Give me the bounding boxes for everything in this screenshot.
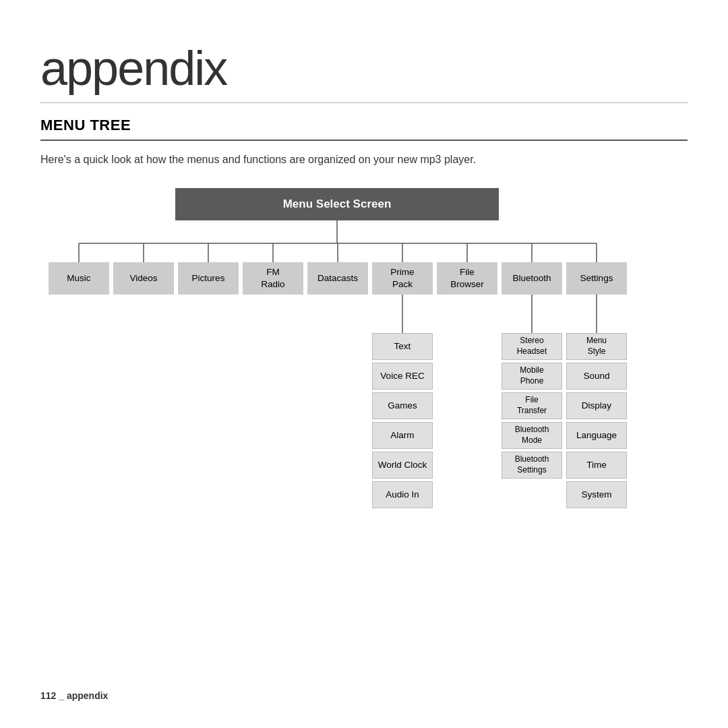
section-title: MENU TREE: [40, 117, 688, 141]
node-stereo-headset: StereoHeadset: [502, 333, 562, 360]
node-voice-rec: Voice REC: [372, 363, 433, 390]
node-system: System: [566, 481, 627, 508]
node-videos: Videos: [113, 262, 174, 295]
page-title: appendix: [40, 40, 688, 103]
node-datacasts: Datacasts: [307, 262, 368, 295]
node-file-transfer: FileTransfer: [502, 392, 562, 419]
root-label: Menu Select Screen: [283, 197, 392, 212]
node-music: Music: [49, 262, 109, 295]
node-bluetooth-mode: BluetoothMode: [502, 422, 562, 449]
node-mobile-phone: MobilePhone: [502, 363, 562, 390]
menu-tree: Menu Select Screen Music Videos Pictures…: [40, 188, 688, 566]
node-fm-radio: FMRadio: [243, 262, 303, 295]
description: Here's a quick look at how the menus and…: [40, 152, 688, 168]
node-settings: Settings: [566, 262, 627, 295]
node-games: Games: [372, 392, 433, 419]
node-bluetooth-settings: BluetoothSettings: [502, 452, 562, 479]
footer-text: 112 _ appendix: [40, 690, 108, 701]
node-file-browser: FileBrowser: [437, 262, 497, 295]
node-display: Display: [566, 392, 627, 419]
node-world-clock: World Clock: [372, 452, 433, 479]
node-alarm: Alarm: [372, 422, 433, 449]
node-time: Time: [566, 452, 627, 479]
node-prime-pack: PrimePack: [372, 262, 433, 295]
node-bluetooth: Bluetooth: [502, 262, 562, 295]
node-pictures: Pictures: [178, 262, 239, 295]
node-audio-in: Audio In: [372, 481, 433, 508]
node-text: Text: [372, 333, 433, 360]
root-node: Menu Select Screen: [175, 188, 499, 220]
node-menu-style: MenuStyle: [566, 333, 627, 360]
node-sound: Sound: [566, 363, 627, 390]
node-language: Language: [566, 422, 627, 449]
